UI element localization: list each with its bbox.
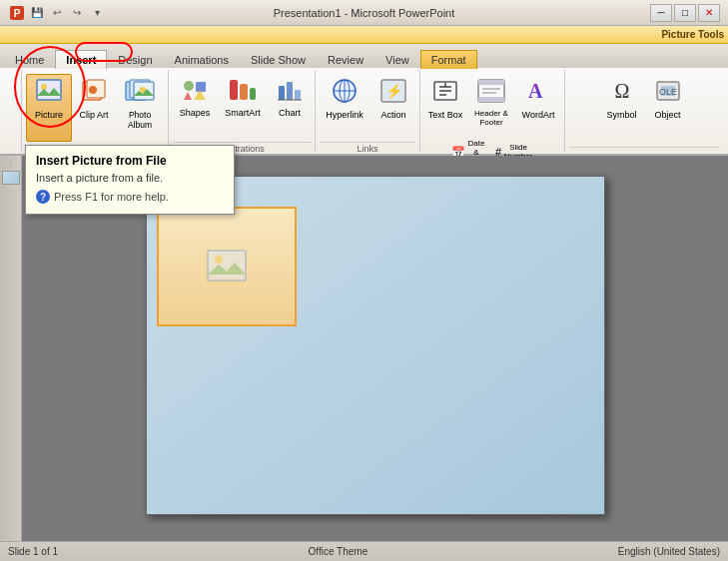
save-quick-btn[interactable]: 💾 xyxy=(28,4,46,22)
svg-text:Ω: Ω xyxy=(614,80,629,102)
svg-point-6 xyxy=(89,86,97,94)
svg-text:A: A xyxy=(528,80,543,102)
tooltip-popup: Insert Picture from File Insert a pictur… xyxy=(25,145,235,215)
svg-rect-12 xyxy=(196,82,206,92)
object-button[interactable]: OLE Object xyxy=(646,74,690,142)
tab-home[interactable]: Home xyxy=(4,50,55,69)
group-text: Text Box Header & Footer xyxy=(420,70,565,152)
slide-panel: 1 xyxy=(0,156,22,541)
svg-rect-20 xyxy=(295,90,301,100)
svg-point-11 xyxy=(184,81,194,91)
svg-point-44 xyxy=(215,256,223,264)
picture-tools-label: Picture Tools xyxy=(661,29,724,40)
svg-rect-15 xyxy=(230,80,238,100)
slide-info: Slide 1 of 1 xyxy=(8,546,58,557)
slide-canvas[interactable] xyxy=(146,176,605,515)
photoalbum-label: Photo Album xyxy=(119,110,161,130)
smartart-icon xyxy=(229,78,257,106)
clipart-label: Clip Art xyxy=(79,110,108,121)
group-shapes: Shapes SmartArt xyxy=(169,70,316,152)
chart-button[interactable]: Chart xyxy=(269,74,311,142)
svg-rect-2 xyxy=(37,80,61,100)
svg-rect-18 xyxy=(279,86,285,100)
object-icon: OLE xyxy=(655,78,681,108)
action-icon: ⚡ xyxy=(379,78,407,108)
wordart-label: WordArt xyxy=(522,110,555,121)
picture-label: Picture xyxy=(35,110,63,121)
wordart-icon: A xyxy=(524,78,552,108)
chart-label: Chart xyxy=(279,108,301,119)
headerfooter-icon xyxy=(476,78,506,108)
tab-insert[interactable]: Insert xyxy=(55,50,107,69)
group-symbols: Ω Symbol OLE Object xyxy=(565,70,724,152)
svg-text:⚡: ⚡ xyxy=(385,83,403,100)
symbols-group-label xyxy=(569,147,720,150)
headerfooter-button[interactable]: Header & Footer xyxy=(468,74,514,142)
clipart-button[interactable]: Clip Art xyxy=(74,74,114,142)
links-group-label: Links xyxy=(320,142,415,155)
group-illustrations: Picture Clip Art xyxy=(22,70,169,152)
hyperlink-label: Hyperlink xyxy=(326,110,364,121)
slide-thumbnail-1[interactable] xyxy=(2,171,20,185)
quick-access-toolbar: P 💾 ↩ ↪ ▾ xyxy=(8,4,106,22)
chart-icon xyxy=(277,78,303,106)
symbol-icon: Ω xyxy=(609,78,635,108)
minimize-button[interactable]: ─ xyxy=(650,4,672,22)
picture-button[interactable]: Picture xyxy=(26,74,72,142)
svg-rect-34 xyxy=(478,80,504,85)
restore-button[interactable]: □ xyxy=(674,4,696,22)
headerfooter-label: Header & Footer xyxy=(471,110,511,128)
help-icon: ? xyxy=(36,190,50,204)
theme-info: Office Theme xyxy=(309,546,368,557)
svg-rect-43 xyxy=(208,251,246,280)
tooltip-title: Insert Picture from File xyxy=(36,154,224,168)
app-icon: P xyxy=(8,4,26,22)
svg-marker-13 xyxy=(184,92,192,100)
action-button[interactable]: ⚡ Action xyxy=(371,74,415,142)
clipart-icon xyxy=(81,78,107,108)
wordart-button[interactable]: A WordArt xyxy=(516,74,560,142)
tab-design[interactable]: Design xyxy=(107,50,163,69)
shapes-button[interactable]: Shapes xyxy=(173,74,217,142)
photoalbum-icon xyxy=(125,78,155,108)
textbox-button[interactable]: Text Box xyxy=(424,74,466,142)
smartart-label: SmartArt xyxy=(225,108,261,119)
group-links: Hyperlink ⚡ Action Links xyxy=(316,70,420,152)
picture-icon xyxy=(35,78,63,108)
customize-quick-btn[interactable]: ▾ xyxy=(88,4,106,22)
svg-rect-16 xyxy=(240,84,248,100)
slide-picture-placeholder[interactable] xyxy=(157,207,297,326)
tooltip-help: ? Press F1 for more help. xyxy=(36,190,224,204)
action-label: Action xyxy=(380,110,405,121)
shapes-label: Shapes xyxy=(180,108,211,119)
close-button[interactable]: ✕ xyxy=(698,4,720,22)
svg-rect-35 xyxy=(478,97,504,102)
svg-text:OLE: OLE xyxy=(658,87,676,97)
photoalbum-button[interactable]: Photo Album xyxy=(116,74,164,142)
ribbon-body: Picture Clip Art xyxy=(0,68,728,156)
symbol-button[interactable]: Ω Symbol xyxy=(600,74,644,142)
window-controls: ─ □ ✕ xyxy=(650,4,720,22)
picture-tools-bar: Picture Tools xyxy=(0,26,728,44)
shapes-icon xyxy=(182,78,208,106)
title-bar: P 💾 ↩ ↪ ▾ Presentation1 - Microsoft Powe… xyxy=(0,0,728,26)
hyperlink-icon xyxy=(330,78,360,108)
language-info: English (United States) xyxy=(618,546,720,557)
svg-text:P: P xyxy=(14,8,21,19)
undo-quick-btn[interactable]: ↩ xyxy=(48,4,66,22)
smartart-button[interactable]: SmartArt xyxy=(219,74,267,142)
tab-animations[interactable]: Animations xyxy=(164,50,240,69)
tab-view[interactable]: View xyxy=(374,50,420,69)
object-label: Object xyxy=(654,110,680,121)
tooltip-description: Insert a picture from a file. xyxy=(36,172,224,184)
hyperlink-button[interactable]: Hyperlink xyxy=(320,74,369,142)
redo-quick-btn[interactable]: ↪ xyxy=(68,4,86,22)
svg-rect-19 xyxy=(287,82,293,100)
tab-slideshow[interactable]: Slide Show xyxy=(240,50,317,69)
textbox-icon xyxy=(432,78,458,108)
tab-format[interactable]: Format xyxy=(420,50,477,69)
ribbon-tabs: Home Insert Design Animations Slide Show… xyxy=(0,44,728,68)
tooltip-help-text: Press F1 for more help. xyxy=(54,191,169,203)
symbol-label: Symbol xyxy=(606,110,636,121)
tab-review[interactable]: Review xyxy=(317,50,374,69)
